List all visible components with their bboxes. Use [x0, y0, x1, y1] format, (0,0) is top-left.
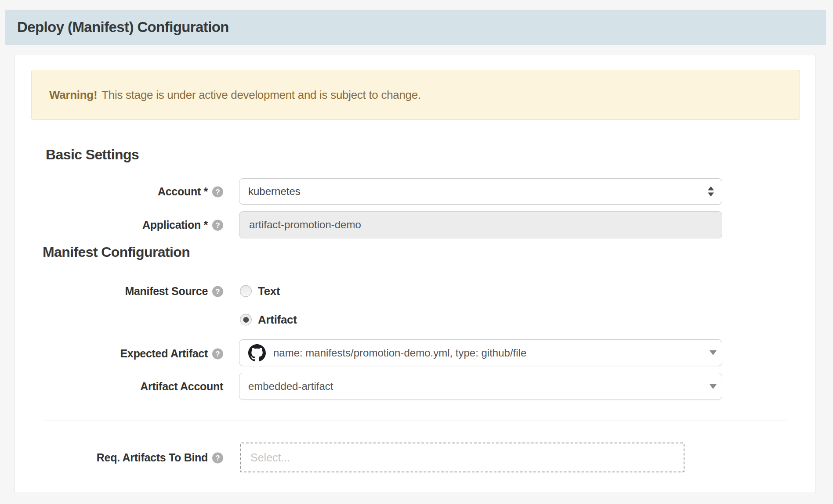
help-icon[interactable]: ?: [212, 187, 223, 198]
github-icon: [248, 344, 266, 362]
section-heading-basic-settings: Basic Settings: [46, 147, 139, 163]
section-heading-manifest-configuration: Manifest Configuration: [43, 244, 190, 260]
radio-checked-icon[interactable]: [240, 314, 252, 326]
application-label: Application *?: [15, 219, 223, 231]
manifest-source-radio-text[interactable]: Text: [240, 284, 280, 298]
help-icon[interactable]: ?: [212, 286, 223, 297]
deploy-manifest-config-page: Deploy (Manifest) Configuration Warning!…: [0, 0, 833, 504]
caret-down-icon: [710, 350, 717, 355]
expected-artifact-label: Expected Artifact?: [15, 347, 223, 360]
account-select[interactable]: kubernetes: [239, 178, 722, 205]
help-icon[interactable]: ?: [212, 453, 223, 464]
manifest-source-artifact-option-label[interactable]: Artifact: [258, 313, 297, 327]
req-artifacts-to-bind-select[interactable]: Select...: [240, 443, 685, 472]
help-icon[interactable]: ?: [212, 220, 223, 231]
caret-down-icon: [710, 384, 717, 389]
artifact-account-select-value: embedded-artifact: [248, 380, 333, 392]
artifact-account-select[interactable]: embedded-artifact: [239, 373, 722, 400]
account-select-value: kubernetes: [248, 185, 301, 198]
manifest-source-label: Manifest Source?: [15, 285, 223, 298]
stage-config-panel: Warning! This stage is under active deve…: [14, 55, 816, 493]
page-title: Deploy (Manifest) Configuration: [17, 19, 229, 36]
help-icon[interactable]: ?: [212, 349, 223, 360]
expected-artifact-select-value: name: manifests/promotion-demo.yml, type…: [273, 347, 526, 359]
account-label: Account *?: [15, 185, 223, 198]
section-divider: [44, 421, 787, 421]
expected-artifact-select[interactable]: name: manifests/promotion-demo.yml, type…: [239, 339, 722, 366]
manifest-source-text-option-label[interactable]: Text: [258, 284, 280, 298]
application-input[interactable]: artifact-promotion-demo: [239, 211, 722, 238]
select-stepper-icon: [708, 187, 714, 197]
application-input-value: artifact-promotion-demo: [249, 219, 361, 231]
manifest-source-radio-artifact[interactable]: Artifact: [240, 313, 297, 327]
req-artifacts-to-bind-label: Req. Artifacts To Bind?: [15, 451, 223, 464]
warning-alert-strong: Warning!: [49, 88, 97, 102]
artifact-account-label: Artifact Account: [15, 380, 223, 393]
warning-alert: Warning! This stage is under active deve…: [31, 70, 800, 120]
stage-config-header: Deploy (Manifest) Configuration: [5, 10, 826, 45]
artifact-account-caret-button[interactable]: [704, 373, 722, 400]
expected-artifact-caret-button[interactable]: [704, 340, 722, 366]
req-artifacts-placeholder: Select...: [250, 451, 290, 464]
radio-unchecked-icon[interactable]: [240, 285, 252, 297]
warning-alert-message: This stage is under active development a…: [101, 88, 421, 102]
